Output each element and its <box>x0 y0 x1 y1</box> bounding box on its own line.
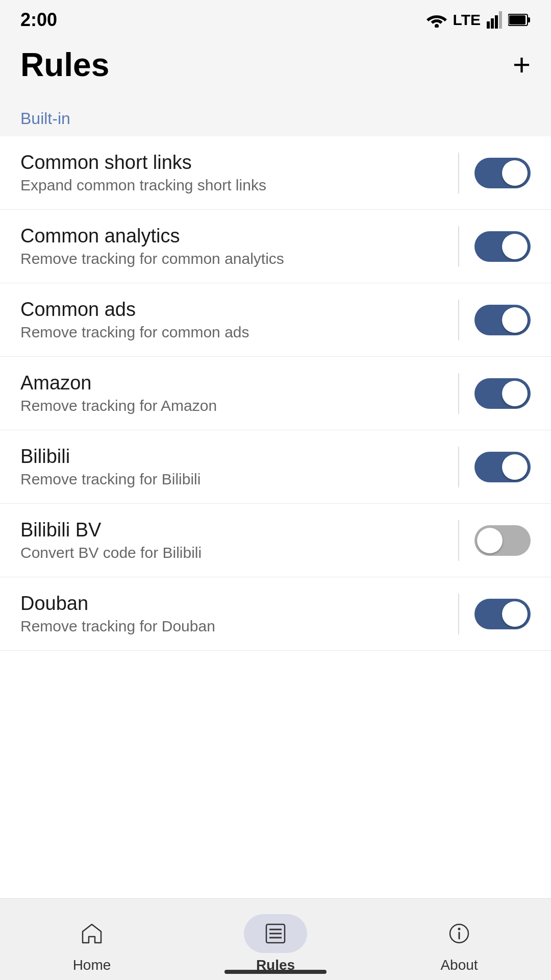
rule-divider-bilibili <box>458 447 459 487</box>
status-bar: 2:00 LTE <box>0 0 551 36</box>
info-icon <box>448 922 470 945</box>
status-icons: LTE <box>427 11 531 29</box>
nav-label-home: Home <box>73 957 111 973</box>
rule-divider-douban <box>458 594 459 634</box>
toggle-knob-amazon <box>502 381 528 406</box>
page-header: Rules + <box>0 36 551 99</box>
add-rule-button[interactable]: + <box>513 50 531 80</box>
section-header: Built-in <box>0 99 551 136</box>
rule-description-bilibili: Remove tracking for Bilibili <box>20 471 443 488</box>
rule-text-common-ads: Common ads Remove tracking for common ad… <box>20 299 443 341</box>
rule-title-douban: Douban <box>20 593 443 615</box>
toggle-knob-common-analytics <box>502 234 528 259</box>
rule-text-common-analytics: Common analytics Remove tracking for com… <box>20 225 443 267</box>
rule-title-bilibili: Bilibili <box>20 446 443 468</box>
home-icon <box>81 922 103 945</box>
rule-description-common-analytics: Remove tracking for common analytics <box>20 250 443 267</box>
rule-item-common-ads: Common ads Remove tracking for common ad… <box>0 283 551 357</box>
rule-item-amazon: Amazon Remove tracking for Amazon <box>0 357 551 430</box>
rules-list: Common short links Expand common trackin… <box>0 136 551 907</box>
svg-rect-3 <box>495 15 498 29</box>
lte-indicator: LTE <box>453 11 481 29</box>
rule-item-douban: Douban Remove tracking for Douban <box>0 577 551 651</box>
rule-title-amazon: Amazon <box>20 372 443 394</box>
status-time: 2:00 <box>20 9 57 31</box>
rule-text-bilibili-bv: Bilibili BV Convert BV code for Bilibili <box>20 519 443 561</box>
svg-rect-4 <box>499 11 502 29</box>
section-label: Built-in <box>20 109 70 128</box>
rule-description-common-short-links: Expand common tracking short links <box>20 177 443 194</box>
toggle-common-analytics[interactable] <box>474 231 531 262</box>
rule-divider-bilibili-bv <box>458 520 459 561</box>
rule-description-common-ads: Remove tracking for common ads <box>20 324 443 341</box>
toggle-bilibili-bv[interactable] <box>474 525 531 556</box>
rule-text-douban: Douban Remove tracking for Douban <box>20 593 443 635</box>
nav-item-about[interactable]: About <box>367 909 551 978</box>
wifi-icon <box>427 12 447 28</box>
rule-title-common-ads: Common ads <box>20 299 443 321</box>
toggle-knob-bilibili <box>502 454 528 480</box>
rule-description-douban: Remove tracking for Douban <box>20 618 443 635</box>
battery-icon <box>508 13 531 27</box>
rule-item-bilibili-bv: Bilibili BV Convert BV code for Bilibili <box>0 504 551 577</box>
toggle-common-short-links[interactable] <box>474 158 531 188</box>
nav-item-rules[interactable]: Rules <box>184 909 367 978</box>
svg-point-14 <box>458 928 461 930</box>
rule-description-bilibili-bv: Convert BV code for Bilibili <box>20 544 443 561</box>
about-icon-wrapper <box>428 914 491 953</box>
bottom-navigation: Home Rules About <box>0 898 551 980</box>
svg-rect-2 <box>491 18 494 29</box>
rules-icon <box>264 922 287 945</box>
rule-title-common-analytics: Common analytics <box>20 225 443 247</box>
rule-item-common-analytics: Common analytics Remove tracking for com… <box>0 210 551 283</box>
toggle-amazon[interactable] <box>474 378 531 409</box>
svg-rect-1 <box>487 21 490 29</box>
rule-description-amazon: Remove tracking for Amazon <box>20 397 443 414</box>
rules-icon-wrapper <box>244 914 307 953</box>
rule-text-bilibili: Bilibili Remove tracking for Bilibili <box>20 446 443 488</box>
toggle-douban[interactable] <box>474 599 531 629</box>
rule-title-common-short-links: Common short links <box>20 152 443 174</box>
nav-item-home[interactable]: Home <box>0 909 184 978</box>
svg-rect-6 <box>509 15 525 24</box>
toggle-knob-douban <box>502 601 528 627</box>
toggle-bilibili[interactable] <box>474 452 531 482</box>
svg-point-0 <box>435 24 439 28</box>
page-title: Rules <box>20 46 109 84</box>
rule-text-amazon: Amazon Remove tracking for Amazon <box>20 372 443 414</box>
rule-item-common-short-links: Common short links Expand common trackin… <box>0 136 551 210</box>
rule-title-bilibili-bv: Bilibili BV <box>20 519 443 541</box>
toggle-knob-common-ads <box>502 307 528 333</box>
toggle-knob-common-short-links <box>502 160 528 186</box>
toggle-knob-bilibili-bv <box>477 528 503 553</box>
svg-rect-7 <box>528 17 530 22</box>
rule-item-bilibili: Bilibili Remove tracking for Bilibili <box>0 430 551 504</box>
signal-icon <box>487 11 502 29</box>
rule-divider-common-ads <box>458 300 459 340</box>
nav-label-about: About <box>440 957 478 973</box>
rule-divider-common-analytics <box>458 226 459 267</box>
rule-divider-amazon <box>458 373 459 414</box>
toggle-common-ads[interactable] <box>474 305 531 335</box>
rule-text-common-short-links: Common short links Expand common trackin… <box>20 152 443 194</box>
rule-divider-common-short-links <box>458 153 459 193</box>
home-icon-wrapper <box>60 914 123 953</box>
home-bar <box>224 970 327 974</box>
